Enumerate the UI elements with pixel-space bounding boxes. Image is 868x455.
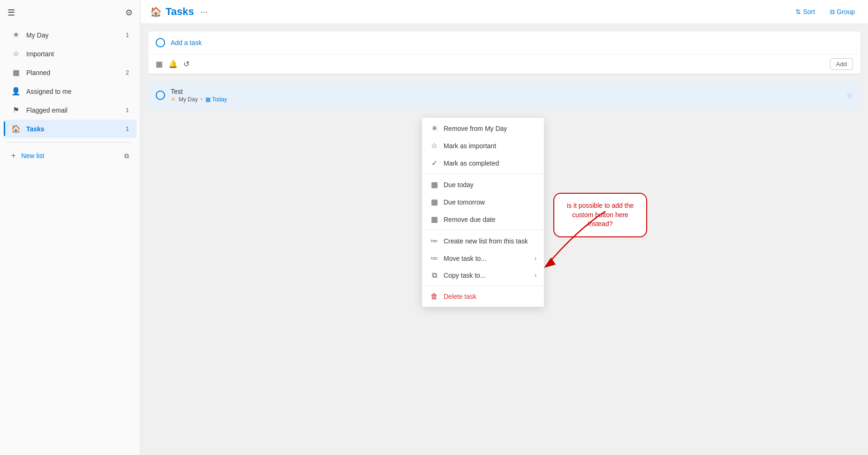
sidebar-badge-my-day: 1 bbox=[126, 32, 129, 38]
important-icon: ☆ bbox=[11, 49, 21, 58]
today-label: ▦ Today bbox=[205, 96, 227, 103]
main-header: 🏠 Tasks ··· ⇅ Sort ⧉ Group bbox=[141, 0, 868, 24]
sidebar-badge-flagged-email: 1 bbox=[126, 107, 129, 114]
ctx-item-copy-task-to[interactable]: ⧉ Copy task to... › bbox=[422, 267, 544, 284]
ctx-icon-move-task-to: ≔ bbox=[430, 254, 439, 263]
ctx-item-mark-as-completed[interactable]: ✓ Mark as completed bbox=[422, 154, 544, 172]
tasks-icon: 🏠 bbox=[11, 124, 21, 133]
sidebar-label-my-day: My Day bbox=[26, 31, 126, 39]
sidebar-label-assigned-to-me: Assigned to me bbox=[26, 88, 129, 95]
more-options-button[interactable]: ··· bbox=[198, 6, 211, 18]
sidebar: ☰ ⚙ ☀ My Day 1 ☆ Important ▦ Planned 2 👤… bbox=[0, 0, 141, 455]
sidebar-item-flagged-email[interactable]: ⚑ Flagged email 1 bbox=[4, 101, 136, 119]
header-left: 🏠 Tasks ··· bbox=[150, 6, 211, 18]
repeat-icon[interactable]: ↺ bbox=[183, 60, 189, 68]
dot-separator: • bbox=[201, 96, 203, 103]
sidebar-nav: ☀ My Day 1 ☆ Important ▦ Planned 2 👤 Ass… bbox=[0, 25, 140, 138]
sidebar-label-planned: Planned bbox=[26, 69, 126, 76]
ctx-item-move-task-to[interactable]: ≔ Move task to... › bbox=[422, 250, 544, 267]
gear-icon[interactable]: ⚙ bbox=[125, 8, 133, 18]
ctx-icon-create-new-list: ≔ bbox=[430, 236, 439, 245]
ctx-icon-due-today: ▦ bbox=[430, 180, 439, 189]
my-day-label: My Day bbox=[179, 96, 198, 103]
group-button[interactable]: ⧉ Group bbox=[826, 6, 859, 18]
ctx-item-delete-task[interactable]: 🗑 Delete task bbox=[422, 288, 544, 305]
ctx-icon-delete-task: 🗑 bbox=[430, 292, 439, 301]
ctx-divider-due-today bbox=[422, 174, 544, 174]
page-title: Tasks bbox=[166, 6, 194, 18]
ctx-label-remove-from-my-day: Remove from My Day bbox=[444, 125, 536, 132]
ctx-label-remove-due-date: Remove due date bbox=[444, 216, 536, 223]
sidebar-item-my-day[interactable]: ☀ My Day 1 bbox=[4, 26, 136, 44]
today-text: Today bbox=[212, 96, 227, 103]
sidebar-item-planned[interactable]: ▦ Planned 2 bbox=[4, 63, 136, 82]
ctx-label-create-new-list: Create new list from this task bbox=[444, 237, 536, 245]
flagged-email-icon: ⚑ bbox=[11, 106, 21, 114]
ctx-item-remove-from-my-day[interactable]: ✳ Remove from My Day bbox=[422, 120, 544, 137]
task-meta: ☀ My Day • ▦ Today bbox=[171, 96, 846, 103]
sidebar-item-assigned-to-me[interactable]: 👤 Assigned to me bbox=[4, 82, 136, 100]
ctx-label-delete-task: Delete task bbox=[444, 293, 536, 300]
ctx-icon-remove-from-my-day: ✳ bbox=[430, 124, 439, 133]
main-body: Add a task ▦ 🔔 ↺ Add Test ☀ My Day • ▦ bbox=[141, 24, 868, 455]
ctx-label-move-task-to: Move task to... bbox=[444, 255, 530, 262]
ctx-icon-due-tomorrow: ▦ bbox=[430, 197, 439, 206]
callout-text: is it possible to add the custom button … bbox=[567, 202, 634, 228]
new-list-label: New list bbox=[21, 152, 124, 159]
hamburger-icon[interactable]: ☰ bbox=[8, 8, 15, 18]
add-button[interactable]: Add bbox=[830, 58, 853, 70]
ctx-label-mark-as-important: Mark as important bbox=[444, 142, 536, 150]
task-title: Test bbox=[171, 88, 846, 95]
ctx-icon-mark-as-completed: ✓ bbox=[430, 159, 439, 167]
sidebar-header: ☰ ⚙ bbox=[0, 4, 140, 25]
sidebar-label-important: Important bbox=[26, 50, 129, 58]
ctx-item-remove-due-date[interactable]: ▦ Remove due date bbox=[422, 211, 544, 228]
task-input-area: Add a task ▦ 🔔 ↺ Add bbox=[148, 31, 860, 74]
ctx-divider-create-new-list bbox=[422, 230, 544, 230]
task-item[interactable]: Test ☀ My Day • ▦ Today ☆ bbox=[148, 81, 860, 109]
ctx-item-due-tomorrow[interactable]: ▦ Due tomorrow bbox=[422, 193, 544, 211]
context-menu: ✳ Remove from My Day ☆ Mark as important… bbox=[422, 118, 544, 307]
header-right: ⇅ Sort ⧉ Group bbox=[792, 6, 859, 18]
home-icon: 🏠 bbox=[150, 6, 162, 17]
task-circle-input[interactable] bbox=[156, 38, 165, 47]
new-list-button[interactable]: + New list ⧉ bbox=[4, 147, 136, 165]
my-day-icon: ☀ bbox=[11, 30, 21, 39]
add-task-row[interactable]: Add a task bbox=[148, 31, 860, 54]
planned-icon: ▦ bbox=[11, 68, 21, 77]
sidebar-item-important[interactable]: ☆ Important bbox=[4, 45, 136, 63]
ctx-item-due-today[interactable]: ▦ Due today bbox=[422, 176, 544, 193]
ctx-divider-delete-task bbox=[422, 286, 544, 286]
reminder-icon[interactable]: 🔔 bbox=[168, 60, 178, 68]
plus-icon: + bbox=[11, 152, 15, 160]
ctx-label-due-today: Due today bbox=[444, 181, 536, 189]
assigned-to-me-icon: 👤 bbox=[11, 87, 21, 96]
ctx-chevron-copy-task-to: › bbox=[535, 272, 536, 279]
sort-button[interactable]: ⇅ Sort bbox=[792, 6, 819, 17]
task-item-content: Test ☀ My Day • ▦ Today bbox=[171, 88, 846, 103]
sidebar-label-tasks: Tasks bbox=[26, 125, 126, 133]
ctx-chevron-move-task-to: › bbox=[535, 255, 536, 262]
sidebar-badge-planned: 2 bbox=[126, 69, 129, 76]
task-toolbar: ▦ 🔔 ↺ Add bbox=[148, 54, 860, 74]
sort-label: Sort bbox=[803, 8, 815, 15]
list-group-icon: ⧉ bbox=[124, 152, 129, 160]
ctx-icon-copy-task-to: ⧉ bbox=[430, 271, 439, 280]
ctx-item-mark-as-important[interactable]: ☆ Mark as important bbox=[422, 137, 544, 154]
add-task-label[interactable]: Add a task bbox=[171, 39, 202, 46]
sidebar-divider bbox=[8, 142, 133, 143]
sidebar-item-tasks[interactable]: 🏠 Tasks 1 bbox=[4, 120, 136, 138]
calendar-icon[interactable]: ▦ bbox=[156, 60, 163, 68]
group-icon: ⧉ bbox=[830, 8, 835, 16]
ctx-icon-remove-due-date: ▦ bbox=[430, 215, 439, 224]
task-star-icon[interactable]: ☆ bbox=[846, 91, 853, 100]
callout-bubble: is it possible to add the custom button … bbox=[553, 193, 647, 237]
ctx-item-create-new-list[interactable]: ≔ Create new list from this task bbox=[422, 232, 544, 250]
sun-icon: ☀ bbox=[171, 96, 176, 103]
sidebar-badge-tasks: 1 bbox=[126, 126, 129, 132]
task-completion-circle[interactable] bbox=[156, 91, 165, 100]
group-label: Group bbox=[837, 8, 855, 15]
sort-icon: ⇅ bbox=[795, 8, 801, 15]
ctx-label-due-tomorrow: Due tomorrow bbox=[444, 198, 536, 206]
svg-marker-0 bbox=[544, 258, 556, 268]
